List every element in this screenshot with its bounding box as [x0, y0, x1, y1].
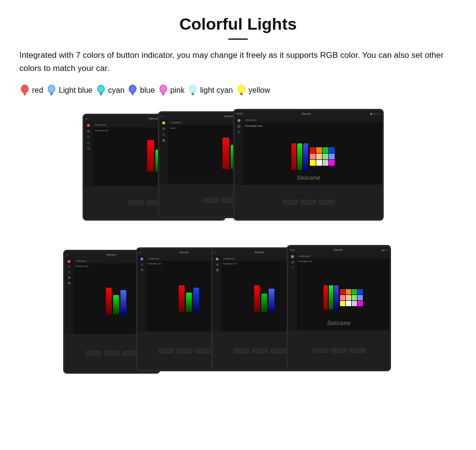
- svg-rect-27: [240, 94, 242, 95]
- page-container: Colorful Lights Integrated with 7 colors…: [0, 0, 476, 410]
- nav-dot-1b: [87, 136, 90, 138]
- svg-rect-11: [100, 94, 102, 95]
- header-text-1: ≡ Element: [95, 123, 106, 126]
- color-label-cyan: cyan: [108, 86, 125, 95]
- svg-point-9: [99, 86, 103, 92]
- device-group-2: ♦⌂ Element ▣⊞ ≡ Element Pane: [63, 245, 413, 381]
- device-3-bottom: [235, 185, 382, 220]
- svg-rect-2: [23, 93, 26, 94]
- color-label-blue: blue: [140, 86, 154, 95]
- pink-bulb-icon: [158, 84, 169, 97]
- page-title: Colorful Lights: [19, 15, 457, 34]
- power-dot-2: [162, 121, 165, 124]
- svg-point-25: [239, 86, 244, 92]
- color-label-yellow: yellow: [249, 86, 270, 95]
- svg-rect-10: [100, 93, 102, 94]
- device-row-1: ♦⌂ Element ▣⊞ ≡ Element: [19, 109, 457, 235]
- svg-rect-18: [162, 93, 165, 94]
- nav-dot-1c: [87, 141, 90, 144]
- lightcyan-bulb-icon: [187, 84, 198, 97]
- svg-rect-7: [51, 94, 52, 95]
- nav-dot-2: [162, 127, 165, 130]
- topbar-3: 20:04 Element ▣◁○□: [235, 110, 382, 117]
- svg-point-5: [49, 86, 54, 92]
- color-item-red: red: [19, 84, 43, 97]
- panel-label-1: Panel light color: [95, 129, 108, 132]
- device-group-1: ♦⌂ Element ▣⊞ ≡ Element: [83, 109, 393, 235]
- svg-point-13: [130, 86, 135, 92]
- color-label-pink: pink: [170, 86, 185, 95]
- color-item-lightblue: Light blue: [46, 84, 92, 97]
- svg-rect-23: [192, 94, 194, 95]
- svg-rect-3: [24, 94, 26, 95]
- color-item-yellow: yellow: [236, 84, 270, 97]
- content-body-3: Panel light color: [243, 122, 382, 184]
- device-row-2: ♦⌂ Element ▣⊞ ≡ Element Pane: [19, 245, 457, 381]
- svg-point-17: [161, 86, 166, 92]
- color-item-pink: pink: [158, 84, 185, 97]
- color-item-lightcyan: light cyan: [187, 84, 233, 97]
- sidebar-5: [137, 256, 146, 331]
- title-section: Colorful Lights: [19, 15, 457, 40]
- color-indicators-row: red Light blue cyan: [19, 84, 457, 97]
- nav-icon-1: [87, 147, 90, 150]
- device-3-screen: 20:04 Element ▣◁○□ ≡ Element: [235, 110, 382, 184]
- sidebar-7: [288, 253, 297, 330]
- color-item-cyan: cyan: [96, 84, 125, 97]
- red-bulb-icon: [19, 84, 30, 97]
- yellow-bulb-icon: [236, 84, 247, 97]
- svg-rect-6: [50, 93, 53, 94]
- color-grid-3: [310, 147, 335, 166]
- content-layout-3: [291, 143, 335, 170]
- sidebar-6: [213, 256, 221, 331]
- color-label-red: red: [32, 86, 43, 95]
- sidebar-4: [65, 258, 73, 333]
- svg-point-21: [190, 86, 195, 92]
- svg-rect-15: [132, 94, 134, 95]
- color-grid-7: [340, 289, 363, 306]
- svg-rect-22: [191, 93, 194, 94]
- svg-point-1: [22, 86, 27, 92]
- btn-1a: [128, 200, 144, 205]
- cyan-bulb-icon: [96, 84, 106, 97]
- sidebar-2: [159, 120, 168, 184]
- sidebar-3: [235, 117, 243, 184]
- blue-bulb-icon: [127, 84, 138, 97]
- lightblue-bulb-icon: [46, 84, 57, 97]
- content-header-3: ≡ Element: [243, 117, 382, 122]
- bars-layout-3: [291, 143, 308, 170]
- bar-red-1: [147, 140, 154, 172]
- device-7: 20:04 Element ▣◁○□ ≡ Element Panel light…: [287, 245, 391, 371]
- svg-rect-14: [131, 93, 134, 94]
- content-3: ≡ Element Panel light color: [243, 117, 382, 184]
- svg-rect-19: [162, 94, 164, 95]
- power-dot-1: [87, 124, 90, 127]
- color-item-blue: blue: [127, 84, 154, 97]
- color-label-lightblue: Light blue: [59, 86, 92, 95]
- title-divider: [228, 38, 248, 40]
- sidebar-1: [84, 122, 93, 186]
- color-label-lightcyan: light cyan: [200, 86, 233, 95]
- description-text: Integrated with 7 colors of button indic…: [19, 49, 457, 75]
- device-3: 20:04 Element ▣◁○□ ≡ Element: [233, 109, 384, 221]
- nav-dot-1: [87, 130, 90, 133]
- svg-rect-26: [240, 93, 243, 94]
- device-7-screen: 20:04 Element ▣◁○□ ≡ Element Panel light…: [288, 246, 390, 330]
